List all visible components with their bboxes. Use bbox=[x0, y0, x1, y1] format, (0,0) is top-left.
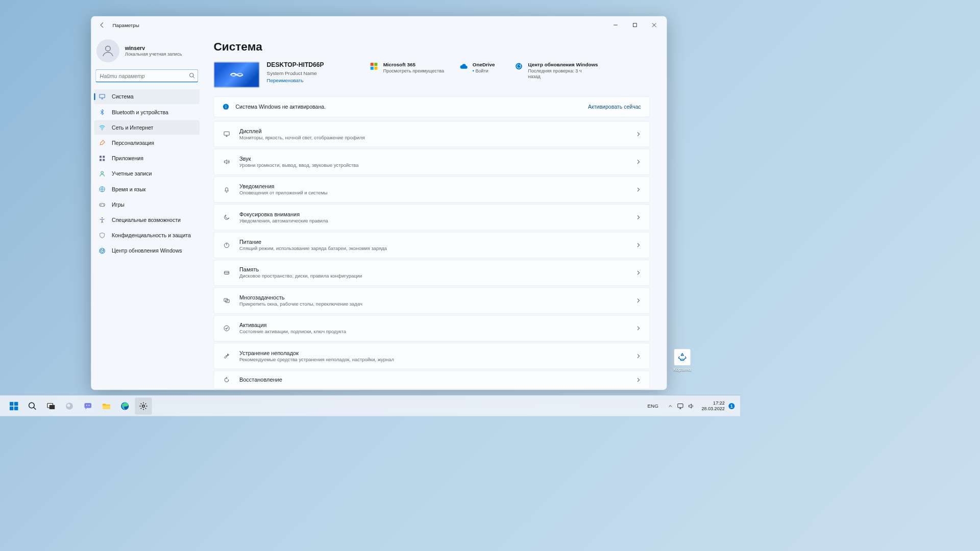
rename-link[interactable]: Переименовать bbox=[267, 78, 304, 83]
back-button[interactable] bbox=[94, 17, 110, 33]
svg-rect-24 bbox=[224, 132, 229, 135]
nav-item-monitor[interactable]: Система bbox=[94, 89, 200, 104]
row-title: Восстановление bbox=[239, 377, 627, 383]
row-subtitle: Уведомления, автоматические правила bbox=[239, 218, 627, 223]
row-subtitle: Уровни громкости, вывод, ввод, звуковые … bbox=[239, 163, 627, 168]
search-input[interactable] bbox=[95, 69, 198, 83]
row-subtitle: Состояние активации, подписки, ключ прод… bbox=[239, 329, 627, 335]
widgets-button[interactable] bbox=[61, 397, 78, 414]
nav-item-update[interactable]: Центр обновления Windows bbox=[94, 243, 200, 258]
row-subtitle: Дисковое пространство, диски, правила ко… bbox=[239, 273, 627, 279]
settings-taskbar-button[interactable] bbox=[135, 397, 152, 414]
wrench-icon bbox=[223, 353, 231, 360]
recycle-label: Корзина bbox=[667, 367, 697, 372]
svg-point-12 bbox=[103, 204, 104, 205]
settings-row-bell[interactable]: УведомленияОповещения от приложений и си… bbox=[213, 177, 650, 203]
page-title: Система bbox=[213, 40, 650, 54]
recycle-bin[interactable]: Корзина bbox=[667, 349, 697, 372]
search-box[interactable] bbox=[95, 69, 198, 83]
nav-list: СистемаBluetooth и устройстваСеть и Инте… bbox=[94, 89, 200, 258]
nav-item-globe[interactable]: Время и язык bbox=[94, 182, 200, 196]
account-block[interactable]: winserv Локальная учетная запись bbox=[94, 36, 200, 69]
notification-badge[interactable]: 1 bbox=[728, 403, 734, 409]
settings-row-key[interactable]: АктивацияСостояние активации, подписки, … bbox=[213, 315, 650, 341]
settings-row-sound[interactable]: ЗвукУровни громкости, вывод, ввод, звуко… bbox=[213, 149, 650, 175]
chat-button[interactable] bbox=[80, 397, 96, 414]
clock[interactable]: 17:22 28.03.2022 bbox=[701, 400, 724, 412]
chevron-right-icon bbox=[635, 325, 641, 331]
chevron-right-icon bbox=[635, 132, 641, 137]
nav-label: Учетные записи bbox=[112, 171, 152, 177]
edge-button[interactable] bbox=[116, 397, 133, 414]
m365-title: Microsoft 365 bbox=[383, 62, 444, 67]
info-icon bbox=[223, 103, 230, 110]
nav-item-shield[interactable]: Конфиденциальность и защита bbox=[94, 228, 200, 243]
window-title: Параметры bbox=[113, 22, 139, 28]
settings-row-moon[interactable]: Фокусировка вниманияУведомления, автомат… bbox=[213, 204, 650, 230]
task-view-button[interactable] bbox=[42, 397, 59, 414]
svg-point-42 bbox=[86, 405, 87, 406]
update-sub: Последняя проверка: 3 ч назад bbox=[528, 68, 593, 79]
row-subtitle: Прикрепить окна, рабочие столы, переключ… bbox=[239, 302, 627, 307]
update-card[interactable]: Центр обновления Windows Последняя прове… bbox=[515, 62, 598, 79]
nav-item-user[interactable]: Учетные записи bbox=[94, 166, 200, 181]
settings-row-multi[interactable]: МногозадачностьПрикрепить окна, рабочие … bbox=[213, 287, 650, 313]
user-icon bbox=[99, 170, 106, 178]
device-thumbnail[interactable] bbox=[213, 62, 260, 88]
nav-label: Конфиденциальность и защита bbox=[112, 232, 191, 238]
svg-rect-32 bbox=[10, 402, 13, 405]
storage-icon bbox=[223, 269, 231, 277]
chevron-right-icon bbox=[635, 215, 641, 220]
chevron-right-icon bbox=[635, 159, 641, 165]
row-title: Уведомления bbox=[239, 183, 627, 189]
svg-point-1 bbox=[106, 46, 111, 51]
language-indicator[interactable]: ENG bbox=[645, 402, 660, 410]
chevron-right-icon bbox=[635, 270, 641, 276]
svg-rect-41 bbox=[84, 403, 91, 408]
svg-point-36 bbox=[29, 403, 35, 408]
onedrive-title: OneDrive bbox=[473, 62, 495, 67]
bluetooth-icon bbox=[99, 109, 106, 116]
taskbar-search-button[interactable] bbox=[24, 397, 41, 414]
row-title: Активация bbox=[239, 322, 627, 328]
nav-item-bluetooth[interactable]: Bluetooth и устройства bbox=[94, 105, 200, 119]
activate-link[interactable]: Активировать сейчас bbox=[588, 104, 641, 110]
settings-row-power[interactable]: ПитаниеСпящий режим, использование заряд… bbox=[213, 232, 650, 258]
nav-item-brush[interactable]: Персонализация bbox=[94, 136, 200, 151]
nav-item-wifi[interactable]: Сеть и Интернет bbox=[94, 120, 200, 135]
monitor-icon bbox=[99, 93, 106, 101]
maximize-button[interactable] bbox=[625, 17, 645, 33]
nav-label: Центр обновления Windows bbox=[112, 248, 182, 254]
wifi-icon bbox=[99, 124, 106, 131]
onedrive-card[interactable]: OneDrive • Войти bbox=[459, 62, 495, 73]
close-button[interactable] bbox=[645, 17, 664, 33]
settings-list: ДисплейМониторы, яркость, ночной свет, о… bbox=[213, 121, 650, 389]
m365-card[interactable]: Microsoft 365 Просмотреть преимущества bbox=[370, 62, 444, 73]
network-icon-tray bbox=[677, 403, 684, 410]
start-button[interactable] bbox=[6, 397, 22, 414]
onedrive-sub: • Войти bbox=[473, 68, 495, 74]
settings-row-display[interactable]: ДисплейМониторы, яркость, ночной свет, о… bbox=[213, 121, 650, 147]
settings-row-wrench[interactable]: Устранение неполадокРекомендуемые средст… bbox=[213, 343, 650, 369]
minimize-button[interactable] bbox=[606, 17, 625, 33]
update-title: Центр обновления Windows bbox=[528, 62, 598, 67]
nav-label: Специальные возможности bbox=[112, 217, 181, 223]
moon-icon bbox=[223, 214, 231, 221]
nav-item-accessibility[interactable]: Специальные возможности bbox=[94, 213, 200, 228]
microsoft-icon bbox=[370, 62, 378, 70]
key-icon bbox=[223, 325, 231, 332]
svg-point-13 bbox=[104, 205, 104, 205]
recover-icon bbox=[223, 377, 231, 384]
svg-rect-8 bbox=[103, 159, 105, 161]
explorer-button[interactable] bbox=[98, 397, 115, 414]
nav-label: Игры bbox=[112, 202, 125, 208]
settings-row-recover[interactable]: Восстановление bbox=[213, 371, 650, 389]
activation-banner: Система Windows не активирована. Активир… bbox=[213, 96, 650, 117]
nav-item-apps[interactable]: Приложения bbox=[94, 151, 200, 166]
row-title: Устранение неполадок bbox=[239, 350, 627, 356]
system-tray[interactable] bbox=[665, 401, 698, 411]
account-name: winserv bbox=[125, 45, 182, 51]
settings-row-storage[interactable]: ПамятьДисковое пространство, диски, прав… bbox=[213, 260, 650, 286]
svg-point-28 bbox=[228, 273, 228, 274]
nav-item-game[interactable]: Игры bbox=[94, 197, 200, 212]
